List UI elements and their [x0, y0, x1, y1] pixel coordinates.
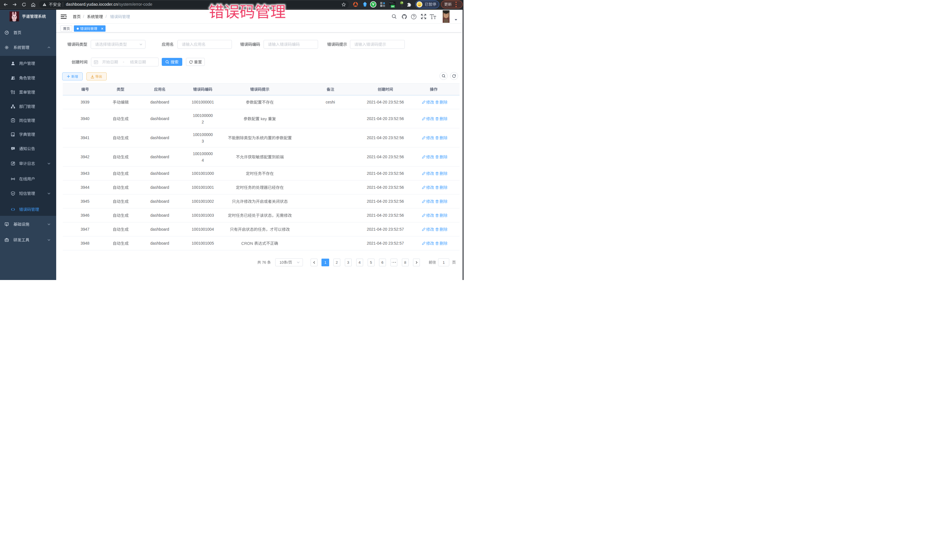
svg-text:on: on [391, 5, 394, 8]
